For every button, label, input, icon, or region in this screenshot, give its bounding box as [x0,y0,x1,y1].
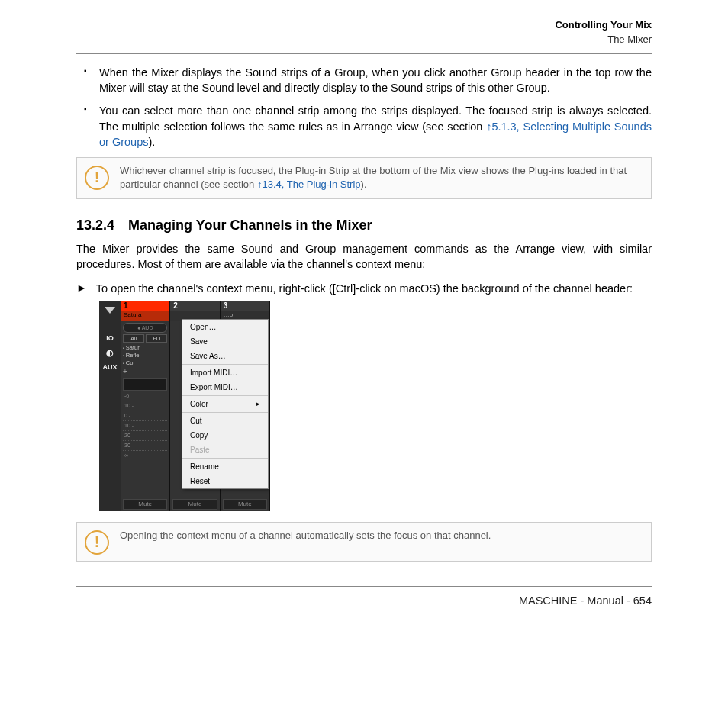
context-menu: Open…SaveSave As…Import MIDI…Export MIDI… [182,319,269,489]
menu-item[interactable]: Reset [182,474,268,488]
ch1-scale: -6 10 - 0 - 10 - 20 - 30 - ∞ - [123,391,167,460]
ch1-fo[interactable]: FO [146,334,167,343]
footer-rule [76,586,652,587]
aux-label[interactable]: AUX [99,363,121,371]
note-focus: ! Opening the context menu of a channel … [76,522,652,562]
header-title: Controlling Your Mix [76,18,652,33]
header-subtitle: The Mixer [76,33,652,47]
ch1-add[interactable]: + [123,367,169,375]
section-title: Managing Your Channels in the Mixer [128,217,372,233]
ch2-number: 2 [170,301,219,311]
menu-item[interactable]: Import MIDI… [182,366,268,380]
mixer-screenshot: IO ◐ AUX 1 Satura ● AUD AllFO Satur Refl… [99,301,270,511]
ch3-number: 3 [221,301,269,311]
note2-text: Opening the context menu of a channel au… [120,529,491,543]
bullet-2: You can select more than one channel str… [96,103,652,150]
menu-item: Paste [182,443,268,457]
bullet-1: When the Mixer displays the Sound strips… [96,65,652,96]
ch1-number: 1 [121,301,169,311]
section-heading: 13.2.4Managing Your Channels in the Mixe… [76,217,652,234]
ch3-mute[interactable]: Mute [223,499,267,510]
ch1-mute[interactable]: Mute [123,499,167,510]
ch1-plugins: Satur Refle Co [123,344,167,367]
menu-item[interactable]: Copy [182,428,268,443]
note-plugin-strip: ! Whichever channel strip is focused, th… [76,157,652,198]
io-label[interactable]: IO [99,334,121,342]
step-1-text: To open the channel's context menu, righ… [96,281,652,296]
bullet-2-text-b: ). [148,136,155,148]
menu-item[interactable]: Rename [182,459,268,474]
collapse-icon[interactable] [105,307,115,314]
page-footer: MASCHINE - Manual - 654 [76,594,652,607]
channel-strip-1[interactable]: 1 Satura ● AUD AllFO Satur Refle Co + -6… [121,301,170,511]
section-number: 13.2.4 [76,217,114,233]
alert-icon: ! [85,530,109,555]
menu-item[interactable]: Export MIDI… [182,380,268,395]
alert-icon: ! [85,166,109,190]
section-intro: The Mixer provides the same Sound and Gr… [76,241,652,272]
plug-icon-label[interactable]: ◐ [99,348,121,358]
note1-text-b: ). [361,179,367,190]
link-plugin-strip[interactable]: ↑13.4, The Plug-in Strip [257,179,361,190]
menu-item[interactable]: Cut [182,414,268,428]
ch2-mute[interactable]: Mute [172,499,217,510]
step-arrow-icon: ► [76,282,87,294]
note1-text-a: Whichever channel strip is focused, the … [120,165,627,190]
ch1-name: Satura [121,311,169,321]
ch1-knob[interactable] [123,378,167,391]
menu-item[interactable]: Color [182,397,268,411]
menu-item[interactable]: Save As… [182,349,268,363]
ch1-all[interactable]: All [123,334,144,343]
menu-item[interactable]: Save [182,334,268,349]
menu-item[interactable]: Open… [182,320,268,334]
header-rule [76,53,652,54]
ch1-audio-pill[interactable]: ● AUD [123,323,167,333]
